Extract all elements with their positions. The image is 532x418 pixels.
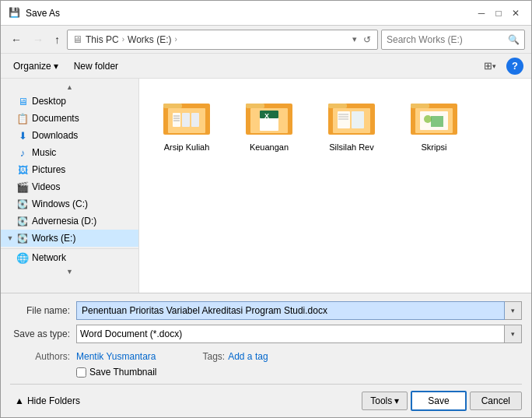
svg-rect-19 [352,111,364,128]
folder-skripsi[interactable]: Skripsi [399,91,469,156]
filename-input-wrapper: ▾ [76,301,522,320]
save-button[interactable]: Save [411,391,466,411]
tags-label: Tags: [203,351,226,362]
videos-icon: 🎬 [16,181,29,193]
downloads-icon: ⬇ [16,129,29,142]
back-button[interactable]: ← [7,31,26,48]
organize-button[interactable]: Organize ▾ [9,58,63,74]
svg-rect-1 [163,104,182,108]
tools-label: Tools [370,395,392,406]
arsip-label: Arsip Kuliah [164,142,210,152]
scroll-down-indicator[interactable]: ▼ [1,266,138,277]
svg-rect-4 [182,113,190,127]
folder-keuangan[interactable]: X Keuangan [234,91,304,156]
svg-rect-18 [338,111,350,128]
close-button[interactable]: ✕ [508,5,523,21]
second-toolbar: Organize ▾ New folder ⊞ ▾ ? [1,54,531,79]
cancel-button[interactable]: Cancel [470,392,522,410]
sidebar-label-advernesia: Advernesia (D:) [32,216,96,227]
minimize-button[interactable]: ─ [474,5,489,21]
dialog-title: Save As [26,8,474,19]
pictures-icon: 🖼 [16,163,29,176]
nav-toolbar: ← → ↑ 🖥 This PC › Works (E:) › ▾ ↺ 🔍 [1,26,531,54]
documents-expand-icon [4,112,16,125]
breadcrumb-dropdown[interactable]: ▾ [351,34,359,44]
silsilah-label: Silsilah Rev [329,142,373,152]
works-hdd-icon: 💽 [16,232,29,244]
sidebar-item-music[interactable]: ♪ Music [1,144,138,161]
search-input[interactable] [387,34,505,45]
hide-folders-button[interactable]: ▲ Hide Folders [10,393,85,409]
authors-label: Authors: [10,351,76,362]
savetype-row: Save as type: Word Document (*.docx) ▾ [10,325,522,343]
downloads-expand-icon [4,129,16,142]
search-box: 🔍 [381,30,525,50]
sidebar-item-videos[interactable]: 🎬 Videos [1,178,138,195]
savetype-label: Save as type: [10,328,76,339]
network-icon: 🌐 [16,251,29,264]
authors-value[interactable]: Mentik Yusmantara [76,351,156,362]
main-content: ▲ 🖥 Desktop 📋 Documents ⬇ Downloads [1,79,531,293]
add-tag-link[interactable]: Add a tag [228,351,268,362]
sidebar-label-network: Network [32,252,66,263]
forward-button[interactable]: → [29,31,47,48]
bottom-form: File name: ▾ Save as type: Word Document… [1,293,531,417]
filename-dropdown-button[interactable]: ▾ [505,301,522,320]
thumbnail-checkbox[interactable] [76,367,86,378]
refresh-button[interactable]: ↺ [362,34,373,45]
breadcrumb-thispc: This PC [86,34,119,45]
scroll-up-indicator[interactable]: ▲ [1,82,138,93]
sidebar-label-pictures: Pictures [32,164,65,175]
sidebar-item-documents[interactable]: 📋 Documents [1,110,138,127]
maximize-button[interactable]: □ [491,5,506,21]
documents-folder-icon: 📋 [16,112,29,125]
new-folder-button[interactable]: New folder [69,58,123,74]
svg-rect-16 [328,104,347,108]
view-dropdown-icon: ▾ [492,62,496,70]
sidebar-item-network[interactable]: 🌐 Network [1,248,138,266]
advernesia-expand-icon [4,215,16,227]
svg-rect-24 [411,104,429,108]
arsip-icon [162,96,212,139]
windows-hdd-icon: 💽 [16,198,29,210]
folder-arsip[interactable]: Arsip Kuliah [152,91,222,156]
sidebar: ▲ 🖥 Desktop 📋 Documents ⬇ Downloads [1,79,139,293]
sidebar-item-advernesia[interactable]: 💽 Advernesia (D:) [1,213,138,230]
organize-arrow-icon: ▾ [54,61,58,72]
organize-label: Organize [13,61,51,72]
tools-button[interactable]: Tools ▾ [362,392,408,410]
silsilah-icon [327,96,376,139]
svg-rect-5 [191,113,199,127]
desktop-folder-icon: 🖥 [16,95,29,107]
footer-row: ▲ Hide Folders Tools ▾ Save Cancel [10,384,522,411]
keuangan-label: Keuangan [250,142,289,152]
music-expand-icon [4,146,16,159]
sidebar-label-downloads: Downloads [32,130,78,141]
sidebar-item-pictures[interactable]: 🖼 Pictures [1,161,138,178]
up-button[interactable]: ↑ [51,31,64,48]
breadcrumb-sep2: › [174,35,177,44]
sidebar-item-works[interactable]: 💽 Works (E:) [1,230,138,247]
breadcrumb[interactable]: 🖥 This PC › Works (E:) › ▾ ↺ [67,30,378,50]
search-icon: 🔍 [508,34,520,45]
save-as-dialog: 💾 Save As ─ □ ✕ ← → ↑ 🖥 This PC › Works … [0,0,532,418]
works-expand-icon [4,232,16,244]
view-icon: ⊞ [484,60,492,72]
sidebar-label-desktop: Desktop [32,96,66,107]
savetype-dropdown-button[interactable]: ▾ [505,325,522,343]
breadcrumb-sep1: › [122,35,124,44]
sidebar-item-windows[interactable]: 💽 Windows (C:) [1,195,138,213]
folder-silsilah[interactable]: Silsilah Rev [317,91,387,156]
view-button[interactable]: ⊞ ▾ [480,58,500,74]
help-button[interactable]: ? [506,58,523,75]
title-bar: 💾 Save As ─ □ ✕ [1,1,531,26]
savetype-input-wrapper: Word Document (*.docx) ▾ [76,325,522,343]
svg-text:X: X [264,112,269,120]
filename-input[interactable] [76,301,505,320]
sidebar-item-desktop[interactable]: 🖥 Desktop [1,93,138,110]
savetype-select[interactable]: Word Document (*.docx) [76,325,505,343]
advernesia-hdd-icon: 💽 [16,215,29,227]
desktop-expand-icon [4,95,16,107]
skripsi-label: Skripsi [421,142,446,152]
sidebar-item-downloads[interactable]: ⬇ Downloads [1,127,138,144]
